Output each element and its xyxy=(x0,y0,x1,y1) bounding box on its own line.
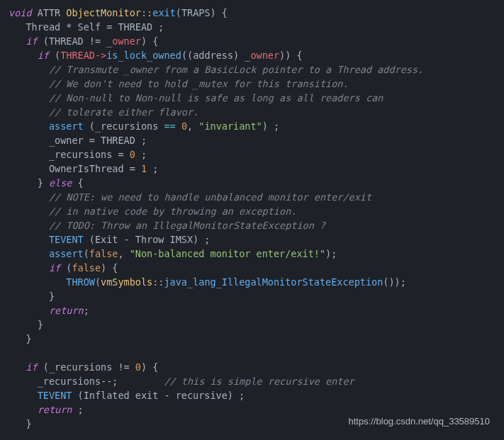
code-line: _owner = THREAD ; xyxy=(9,135,147,146)
comment: // Non-null to Non-null is safe as long … xyxy=(9,92,383,103)
comment: // TODO: Throw an IllegalMonitorStateExc… xyxy=(9,220,325,231)
keyword-void: void xyxy=(9,7,32,18)
comment: // tolerate either flavor. xyxy=(9,106,198,118)
comment: // We don't need to hold _mutex for this… xyxy=(9,78,349,89)
code-line: Thread * Self = THREAD ; xyxy=(9,21,164,33)
comment: // NOTE: we need to handle unbalanced mo… xyxy=(9,191,371,203)
code-block: void ATTR ObjectMonitor::exit(TRAPS) { T… xyxy=(9,6,495,431)
comment: // in native code by throwing an excepti… xyxy=(9,205,296,217)
watermark: https://blog.csdn.net/qq_33589510 xyxy=(349,414,491,429)
comment: // Transmute _owner from a BasicLock poi… xyxy=(9,64,423,75)
